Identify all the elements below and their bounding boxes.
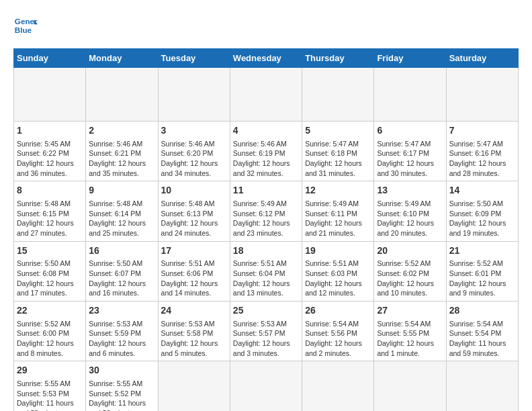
cell-info: Sunset: 6:01 PM [449, 269, 515, 279]
cell-info: Daylight: 12 hours and 23 minutes. [233, 218, 299, 238]
cell-info: Daylight: 12 hours and 30 minutes. [377, 158, 443, 178]
cell-info: Sunset: 6:13 PM [161, 209, 227, 219]
cell-info: Sunset: 6:16 PM [449, 148, 515, 158]
cell-info: Daylight: 12 hours and 8 minutes. [17, 338, 83, 358]
cell-info: Daylight: 12 hours and 27 minutes. [17, 218, 83, 238]
col-header-saturday: Saturday [446, 49, 518, 68]
cell-info: Daylight: 12 hours and 28 minutes. [449, 158, 515, 178]
cell-info: Sunset: 5:53 PM [17, 389, 83, 399]
calendar-cell: 1Sunrise: 5:45 AMSunset: 6:22 PMDaylight… [14, 122, 86, 181]
cell-info: Daylight: 12 hours and 32 minutes. [233, 158, 299, 178]
day-number: 4 [233, 124, 299, 138]
col-header-thursday: Thursday [302, 49, 374, 68]
calendar-table: SundayMondayTuesdayWednesdayThursdayFrid… [13, 48, 519, 411]
calendar-header-row: SundayMondayTuesdayWednesdayThursdayFrid… [14, 49, 519, 68]
cell-info: Sunrise: 5:48 AM [161, 199, 227, 209]
day-number: 6 [377, 124, 443, 138]
calendar-cell: 30Sunrise: 5:55 AMSunset: 5:52 PMDayligh… [86, 361, 158, 411]
day-number: 11 [233, 184, 299, 197]
day-number: 24 [161, 304, 227, 318]
calendar-cell [374, 68, 446, 122]
calendar-cell: 21Sunrise: 5:52 AMSunset: 6:01 PMDayligh… [446, 241, 518, 301]
cell-info: Sunrise: 5:50 AM [17, 259, 83, 269]
cell-info: Sunrise: 5:45 AM [17, 139, 83, 149]
cell-info: Sunrise: 5:55 AM [17, 379, 83, 389]
cell-info: Daylight: 11 hours and 56 minutes. [89, 398, 154, 411]
day-number: 25 [233, 304, 299, 318]
cell-info: Sunset: 6:20 PM [161, 148, 227, 158]
cell-info: Sunrise: 5:54 AM [377, 319, 443, 329]
day-number: 22 [17, 304, 83, 318]
day-number: 23 [89, 304, 154, 318]
day-number: 15 [17, 244, 83, 258]
cell-info: Sunset: 6:22 PM [17, 148, 83, 158]
day-number: 2 [89, 124, 154, 138]
col-header-sunday: Sunday [14, 49, 86, 68]
page-header: General Blue [13, 13, 519, 38]
calendar-cell: 3Sunrise: 5:46 AMSunset: 6:20 PMDaylight… [158, 122, 230, 181]
cell-info: Sunset: 6:02 PM [377, 269, 443, 279]
day-number: 12 [305, 184, 371, 197]
cell-info: Daylight: 12 hours and 1 minute. [377, 338, 443, 358]
cell-info: Daylight: 12 hours and 16 minutes. [89, 279, 154, 298]
day-number: 26 [305, 304, 371, 318]
cell-info: Daylight: 12 hours and 3 minutes. [233, 338, 299, 358]
calendar-cell: 26Sunrise: 5:54 AMSunset: 5:56 PMDayligh… [302, 302, 374, 361]
cell-info: Sunrise: 5:53 AM [89, 319, 154, 329]
cell-info: Daylight: 12 hours and 34 minutes. [161, 158, 227, 178]
cell-info: Sunset: 5:58 PM [161, 328, 227, 338]
calendar-cell: 10Sunrise: 5:48 AMSunset: 6:13 PMDayligh… [158, 181, 230, 241]
calendar-cell [158, 68, 230, 122]
cell-info: Sunset: 6:10 PM [377, 209, 443, 219]
cell-info: Sunset: 5:59 PM [89, 328, 154, 338]
cell-info: Sunrise: 5:52 AM [377, 259, 443, 269]
cell-info: Daylight: 12 hours and 6 minutes. [89, 338, 154, 358]
cell-info: Sunset: 6:04 PM [233, 269, 299, 279]
cell-info: Sunrise: 5:49 AM [233, 199, 299, 209]
calendar-cell [14, 68, 86, 122]
day-number: 5 [305, 124, 371, 138]
calendar-cell: 11Sunrise: 5:49 AMSunset: 6:12 PMDayligh… [230, 181, 302, 241]
day-number: 14 [449, 184, 515, 197]
cell-info: Daylight: 11 hours and 58 minutes. [17, 398, 83, 411]
calendar-cell [446, 361, 518, 411]
cell-info: Sunset: 6:12 PM [233, 209, 299, 219]
calendar-cell: 12Sunrise: 5:49 AMSunset: 6:11 PMDayligh… [302, 181, 374, 241]
day-number: 20 [377, 244, 443, 258]
cell-info: Sunrise: 5:47 AM [449, 139, 515, 149]
cell-info: Daylight: 12 hours and 10 minutes. [377, 279, 443, 298]
calendar-cell: 22Sunrise: 5:52 AMSunset: 6:00 PMDayligh… [14, 302, 86, 361]
cell-info: Daylight: 12 hours and 21 minutes. [305, 218, 371, 238]
col-header-tuesday: Tuesday [158, 49, 230, 68]
logo: General Blue [13, 13, 42, 38]
cell-info: Sunset: 5:54 PM [449, 328, 515, 338]
day-number: 1 [17, 124, 83, 138]
calendar-cell: 17Sunrise: 5:51 AMSunset: 6:06 PMDayligh… [158, 241, 230, 301]
cell-info: Sunset: 5:57 PM [233, 328, 299, 338]
calendar-cell: 14Sunrise: 5:50 AMSunset: 6:09 PMDayligh… [446, 181, 518, 241]
day-number: 9 [89, 184, 154, 197]
cell-info: Sunrise: 5:46 AM [233, 139, 299, 149]
cell-info: Daylight: 12 hours and 35 minutes. [89, 158, 154, 178]
calendar-cell [374, 361, 446, 411]
calendar-cell [302, 68, 374, 122]
cell-info: Sunrise: 5:50 AM [89, 259, 154, 269]
calendar-week-row: 15Sunrise: 5:50 AMSunset: 6:08 PMDayligh… [14, 241, 519, 301]
col-header-monday: Monday [86, 49, 158, 68]
calendar-cell [158, 361, 230, 411]
cell-info: Sunset: 6:06 PM [161, 269, 227, 279]
day-number: 30 [89, 364, 154, 377]
cell-info: Sunset: 5:55 PM [377, 328, 443, 338]
calendar-cell: 5Sunrise: 5:47 AMSunset: 6:18 PMDaylight… [302, 122, 374, 181]
cell-info: Sunset: 6:17 PM [377, 148, 443, 158]
col-header-friday: Friday [374, 49, 446, 68]
day-number: 13 [377, 184, 443, 197]
cell-info: Sunrise: 5:55 AM [89, 379, 154, 389]
calendar-cell: 25Sunrise: 5:53 AMSunset: 5:57 PMDayligh… [230, 302, 302, 361]
cell-info: Sunset: 6:07 PM [89, 269, 154, 279]
day-number: 8 [17, 184, 83, 197]
calendar-cell: 19Sunrise: 5:51 AMSunset: 6:03 PMDayligh… [302, 241, 374, 301]
cell-info: Sunrise: 5:51 AM [161, 259, 227, 269]
cell-info: Daylight: 12 hours and 5 minutes. [161, 338, 227, 358]
calendar-week-row: 8Sunrise: 5:48 AMSunset: 6:15 PMDaylight… [14, 181, 519, 241]
